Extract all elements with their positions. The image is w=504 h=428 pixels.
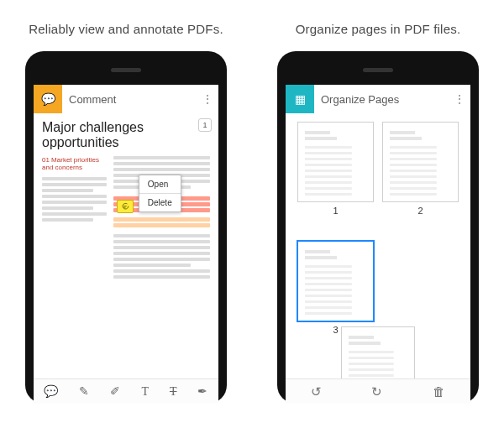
page-label: 2 (417, 206, 423, 216)
annotation-toolbar: 💬 ✎ ✐ T T ✒ (34, 378, 218, 404)
topbar-accent-comment[interactable]: 💬 (34, 85, 62, 113)
phone-frame-left: 💬 Comment ⋮ 1 Major challenges opportuni… (25, 51, 227, 404)
document-view[interactable]: 1 Major challenges opportunities 01 Mark… (34, 113, 218, 378)
rotate-cw-icon[interactable]: ↻ (371, 384, 382, 399)
topbar-title-organize: Organize Pages (314, 93, 449, 106)
page-thumbnail-grid: 1 2 3 4 (286, 113, 470, 378)
topbar-accent-organize[interactable]: ▦ (286, 85, 314, 113)
text-tool-icon[interactable]: T (141, 385, 149, 399)
thumbnail-selected (297, 241, 374, 321)
comment-icon: 💬 (41, 93, 55, 105)
doc-columns: 01 Market priorities and concerns (42, 156, 210, 281)
caption-organize: Organize pages in PDF files. (296, 22, 461, 36)
page-number-badge: 1 (198, 118, 212, 132)
context-menu: Open Delete (139, 175, 181, 212)
page-label: 1 (333, 206, 338, 216)
signature-tool-icon[interactable]: ✒ (197, 384, 207, 399)
page-thumb-3[interactable]: 3 (297, 241, 374, 335)
phone-speaker (111, 68, 141, 72)
page-thumb-4[interactable]: 4 (341, 326, 415, 378)
thumbnail (382, 122, 459, 202)
menu-item-open[interactable]: Open (139, 175, 181, 193)
screen-right: ▦ Organize Pages ⋮ 1 2 3 (286, 85, 470, 404)
menu-item-delete[interactable]: Delete (139, 193, 181, 211)
doc-title: Major challenges opportunities (42, 120, 210, 149)
screen-left: 💬 Comment ⋮ 1 Major challenges opportuni… (34, 85, 218, 404)
organize-icon: ▦ (295, 93, 306, 105)
topbar-organize: ▦ Organize Pages ⋮ (286, 85, 470, 113)
doc-col-right: Open Delete (113, 156, 210, 281)
overflow-menu-button[interactable]: ⋮ (449, 92, 470, 106)
caption-annotate: Reliably view and annotate PDFs. (29, 22, 223, 36)
panel-annotate: Reliably view and annotate PDFs. 💬 Comme… (8, 0, 244, 428)
page-thumb-2[interactable]: 2 (382, 122, 459, 216)
phone-speaker (363, 68, 393, 72)
section-heading: 01 Market priorities and concerns (42, 156, 107, 171)
organize-toolbar: ↺ ↻ 🗑 (286, 378, 470, 404)
rotate-ccw-icon[interactable]: ↺ (311, 384, 322, 399)
topbar-comment: 💬 Comment ⋮ (34, 85, 218, 113)
pencil-tool-icon[interactable]: ✎ (79, 384, 89, 399)
topbar-title-comment: Comment (62, 93, 197, 106)
strikethrough-tool-icon[interactable]: T (170, 385, 177, 399)
phone-frame-right: ▦ Organize Pages ⋮ 1 2 3 (277, 51, 479, 404)
panel-organize: Organize pages in PDF files. ▦ Organize … (260, 0, 496, 428)
highlight-annotation[interactable] (113, 223, 210, 227)
highlight-annotation[interactable] (113, 217, 210, 222)
doc-col-left: 01 Market priorities and concerns (42, 156, 107, 281)
comment-tool-icon[interactable]: 💬 (44, 384, 58, 399)
trash-icon[interactable]: 🗑 (433, 384, 445, 399)
highlighter-tool-icon[interactable]: ✐ (110, 384, 120, 399)
overflow-menu-button[interactable]: ⋮ (197, 92, 218, 106)
thumbnail (297, 122, 374, 202)
sticky-note-icon[interactable] (117, 200, 134, 213)
thumbnail (341, 326, 415, 378)
page-label: 3 (333, 325, 338, 335)
page-thumb-1[interactable]: 1 (297, 122, 374, 216)
